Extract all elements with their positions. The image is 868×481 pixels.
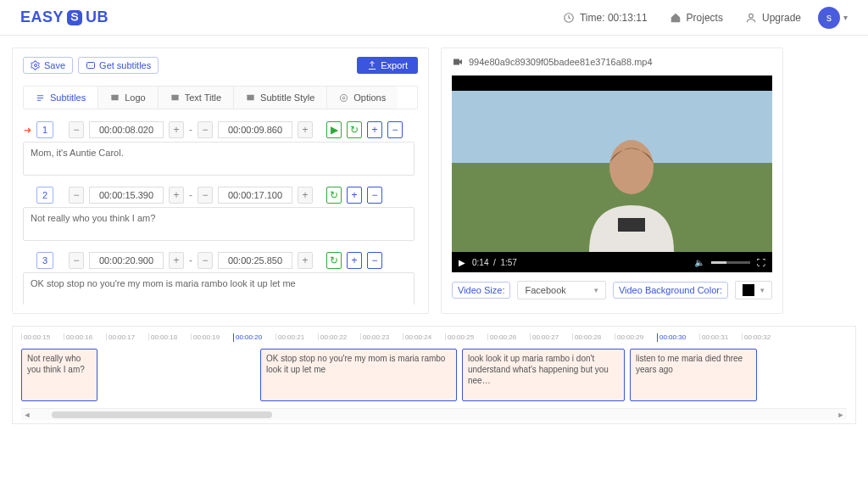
- list-icon: [36, 93, 45, 103]
- end-increment[interactable]: +: [298, 252, 313, 269]
- video-size-select[interactable]: Facebook ▾: [517, 281, 605, 299]
- get-subtitles-button[interactable]: Get subtitles: [78, 57, 159, 74]
- reload-icon[interactable]: ↻: [326, 252, 342, 269]
- ruler-tick: 00:00:28: [572, 333, 615, 340]
- remove-subtitle-icon[interactable]: −: [387, 121, 403, 138]
- main-area: Save Get subtitles Export Subtitles Logo: [0, 36, 868, 326]
- export-button[interactable]: Export: [357, 57, 418, 74]
- start-decrement[interactable]: −: [69, 252, 84, 269]
- timeline-clip[interactable]: look look it up maria rambo i don't unde…: [462, 349, 625, 401]
- tab-subtitles-label: Subtitles: [50, 92, 86, 103]
- timeline-track[interactable]: Not really who you think I am?OK stop st…: [21, 349, 847, 408]
- subtitle-list[interactable]: ➜1−+-−+▶↻+−Mom, it's Auntie Carol.2−+-−+…: [23, 121, 418, 305]
- time-dash: -: [189, 124, 192, 136]
- ruler-tick: 00:00:24: [403, 333, 445, 340]
- editor-panel: Save Get subtitles Export Subtitles Logo: [12, 48, 429, 314]
- ruler-tick: 00:00:22: [318, 333, 360, 340]
- video-controls: ▶ 0:14 / 1:57 🔈 ⛶: [452, 252, 772, 272]
- svg-rect-6: [171, 94, 178, 99]
- start-decrement[interactable]: −: [69, 187, 84, 204]
- tab-text-title-label: Text Title: [185, 92, 221, 103]
- ruler-tick: 00:00:31: [699, 333, 742, 340]
- nav-upgrade[interactable]: Upgrade: [745, 12, 801, 24]
- image-icon: [110, 93, 120, 103]
- end-time-input[interactable]: [218, 121, 292, 138]
- add-subtitle-icon[interactable]: +: [347, 187, 362, 204]
- ruler-tick: 00:00:30: [657, 333, 699, 342]
- logo-text-suffix: UB: [86, 8, 108, 26]
- subtitle-index: 2: [36, 187, 53, 204]
- ruler-tick: 00:00:32: [742, 333, 784, 340]
- tab-logo[interactable]: Logo: [98, 87, 158, 109]
- timeline-clip[interactable]: listen to me maria died three years ago: [630, 349, 757, 401]
- video-bg-color-select[interactable]: ▾: [735, 281, 772, 299]
- svg-rect-0: [67, 10, 82, 25]
- subtitle-row: 2−+-−+↻+−Not really who you think I am?: [23, 187, 415, 243]
- timeline-clip[interactable]: OK stop stop no you're my mom is maria r…: [260, 349, 457, 401]
- ruler-tick: 00:00:27: [530, 333, 572, 340]
- remove-subtitle-icon[interactable]: −: [367, 252, 382, 269]
- editor-tabs: Subtitles Logo Text Title Subtitle Style…: [23, 86, 418, 109]
- subtitle-text-input[interactable]: Mom, it's Auntie Carol.: [23, 142, 415, 176]
- tab-subtitle-style[interactable]: Subtitle Style: [234, 87, 327, 109]
- user-menu[interactable]: s ▾: [801, 7, 848, 29]
- start-time-input[interactable]: [89, 252, 164, 269]
- video-filename: 994e80a9c89309f05badee81e3716a88.mp4: [452, 57, 772, 67]
- start-decrement[interactable]: −: [69, 121, 84, 138]
- reload-icon[interactable]: ↻: [347, 121, 362, 138]
- scrollbar-thumb[interactable]: [52, 411, 272, 418]
- play-icon[interactable]: ▶: [459, 258, 465, 267]
- tab-subtitles[interactable]: Subtitles: [24, 87, 98, 109]
- svg-rect-12: [618, 218, 645, 232]
- save-button-label: Save: [44, 60, 65, 70]
- timeline-scrollbar[interactable]: ◄ ►: [21, 408, 847, 420]
- clock-icon: [563, 12, 575, 24]
- subtitle-row: ➜1−+-−+▶↻+−Mom, it's Auntie Carol.: [23, 121, 415, 178]
- end-decrement[interactable]: −: [198, 187, 213, 204]
- time-value: 00:13:11: [608, 12, 648, 24]
- start-increment[interactable]: +: [169, 121, 184, 138]
- start-time-input[interactable]: [89, 121, 164, 138]
- video-size-label: Video Size:: [452, 282, 510, 299]
- end-increment[interactable]: +: [298, 187, 313, 204]
- ruler-tick: 00:00:26: [487, 333, 530, 340]
- home-icon: [670, 12, 682, 24]
- end-decrement[interactable]: −: [198, 252, 213, 269]
- end-decrement[interactable]: −: [198, 121, 213, 138]
- remove-subtitle-icon[interactable]: −: [367, 187, 382, 204]
- play-icon[interactable]: ▶: [326, 121, 342, 138]
- end-time-input[interactable]: [218, 252, 292, 269]
- fullscreen-icon[interactable]: ⛶: [757, 258, 765, 267]
- svg-point-2: [749, 14, 754, 18]
- subtitle-row: 3−+-−+↻+−OK stop stop no you're my mom i…: [23, 252, 415, 305]
- start-increment[interactable]: +: [169, 252, 184, 269]
- video-filename-text: 994e80a9c89309f05badee81e3716a88.mp4: [469, 57, 653, 67]
- scroll-left-icon[interactable]: ◄: [21, 411, 33, 419]
- subtitle-text-input[interactable]: Not really who you think I am?: [23, 207, 415, 241]
- nav-projects[interactable]: Projects: [670, 12, 723, 24]
- video-bg-color-label: Video Background Color:: [613, 282, 728, 299]
- end-increment[interactable]: +: [298, 121, 313, 138]
- reload-icon[interactable]: ↻: [326, 187, 342, 204]
- start-increment[interactable]: +: [169, 187, 184, 204]
- start-time-input[interactable]: [89, 187, 164, 204]
- subtitle-text-input[interactable]: OK stop stop no you're my mom is maria r…: [23, 272, 415, 305]
- video-player[interactable]: ▶ 0:14 / 1:57 🔈 ⛶: [452, 76, 772, 272]
- tab-text-title[interactable]: Text Title: [159, 87, 234, 109]
- editor-toolbar: Save Get subtitles Export: [23, 57, 418, 74]
- save-button[interactable]: Save: [23, 57, 73, 74]
- timeline-ruler[interactable]: 00:00:1500:00:1600:00:1700:00:1800:00:19…: [21, 333, 847, 349]
- volume-slider[interactable]: [711, 261, 750, 264]
- export-button-label: Export: [381, 60, 408, 70]
- timeline-clip[interactable]: Not really who you think I am?: [21, 349, 97, 401]
- tab-options[interactable]: Options: [327, 87, 398, 109]
- end-time-input[interactable]: [218, 187, 292, 204]
- ruler-tick: 00:00:18: [148, 333, 191, 340]
- add-subtitle-icon[interactable]: +: [367, 121, 382, 138]
- add-subtitle-icon[interactable]: +: [347, 252, 362, 269]
- video-duration: 1:57: [500, 258, 516, 267]
- svg-rect-4: [87, 63, 95, 69]
- scroll-right-icon[interactable]: ►: [835, 411, 847, 419]
- video-settings-row: Video Size: Facebook ▾ Video Background …: [452, 281, 772, 299]
- volume-icon[interactable]: 🔈: [694, 258, 704, 267]
